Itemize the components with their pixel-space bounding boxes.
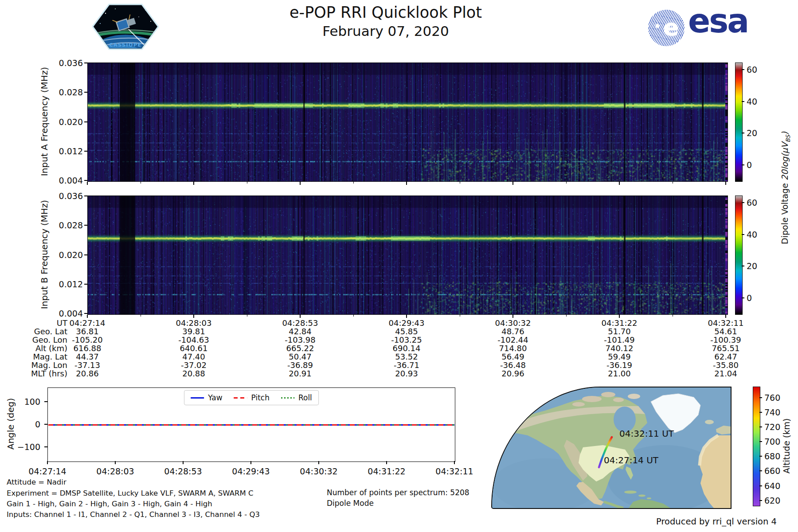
time-minor-tick-mark bbox=[247, 315, 247, 317]
pitch-line-swatch-icon bbox=[234, 397, 247, 399]
angle-xtick-mark bbox=[386, 461, 387, 464]
time-minor-tick-mark bbox=[247, 182, 247, 184]
points-note: Number of points per spectrum: 5208 bbox=[327, 488, 469, 497]
panel-b-ytick-labels: 0.0360.0280.0200.0120.004 bbox=[0, 196, 87, 314]
ephemeris-cell: -36.19 bbox=[606, 360, 632, 370]
colorbar-tick-mark bbox=[742, 266, 744, 266]
time-minor-tick-mark bbox=[353, 182, 354, 184]
colorbar-tick-mark bbox=[742, 297, 744, 298]
freq-tick-label: 0.004 bbox=[59, 176, 83, 185]
ephemeris-cell: -36.71 bbox=[394, 360, 419, 370]
angle-ytick-label: 0 bbox=[35, 419, 40, 429]
altitude-tick-label: 660 bbox=[764, 466, 780, 476]
ephemeris-cell: 54.61 bbox=[714, 327, 737, 336]
ephemeris-cell: 36.81 bbox=[76, 327, 99, 336]
altitude-tick-label: 740 bbox=[764, 407, 780, 417]
ephemeris-cell: 690.14 bbox=[393, 344, 421, 353]
time-tick-mark bbox=[406, 182, 407, 185]
esa-wordmark: esa bbox=[688, 2, 748, 40]
ephemeris-cell: 59.49 bbox=[608, 352, 631, 361]
colorbar-tick-label: 0 bbox=[747, 293, 752, 303]
ephemeris-cell: 42.84 bbox=[289, 327, 312, 336]
ephemeris-cell: -101.49 bbox=[604, 335, 634, 344]
legend-item-roll: Roll bbox=[281, 393, 312, 402]
ephemeris-cell: 04:29:43 bbox=[389, 318, 425, 328]
altitude-tick-label: 620 bbox=[764, 496, 780, 505]
freq-tick-label: 0.028 bbox=[59, 220, 83, 230]
ephemeris-cell: -103.25 bbox=[391, 335, 422, 344]
ephemeris-cell: 62.47 bbox=[714, 352, 737, 361]
freq-tick-label: 0.028 bbox=[59, 87, 83, 97]
roll-line-swatch-icon bbox=[281, 397, 294, 399]
colorbar-tick-mark bbox=[742, 133, 744, 133]
altitude-tick-label: 760 bbox=[764, 393, 780, 403]
angle-xtick-mark bbox=[183, 461, 184, 464]
ephemeris-cell: -100.39 bbox=[710, 335, 741, 344]
altitude-colorbar-label: Altitude (km) bbox=[782, 419, 791, 474]
track-start-time-label: 04:27:14 UT bbox=[604, 455, 658, 466]
time-tick-mark bbox=[619, 315, 620, 318]
freq-tick-mark bbox=[84, 180, 87, 181]
angle-xtick-mark bbox=[454, 461, 455, 464]
ephemeris-cell: -104.63 bbox=[178, 335, 209, 344]
ephemeris-cell: 44.37 bbox=[76, 352, 99, 361]
time-minor-tick-mark bbox=[460, 315, 460, 317]
gain-note: Gain 1 - High, Gain 2 - High, Gain 3 - H… bbox=[7, 499, 212, 509]
ephemeris-cell: -102.44 bbox=[497, 335, 528, 344]
spectrogram-a bbox=[87, 63, 728, 182]
altitude-tick-mark bbox=[759, 412, 762, 413]
ephemeris-cell: 04:30:32 bbox=[495, 318, 531, 328]
legend-label: Roll bbox=[298, 393, 312, 402]
time-tick-mark bbox=[193, 315, 194, 318]
angle-xtick-mark bbox=[47, 461, 48, 464]
ephemeris-cell: 50.47 bbox=[289, 352, 312, 361]
colorbar-tick-label: 40 bbox=[747, 97, 757, 106]
panel-a-ytick-labels: 0.0360.0280.0200.0120.004 bbox=[0, 63, 87, 181]
time-minor-tick-mark bbox=[141, 315, 141, 317]
angle-xtick-label: 04:29:43 bbox=[232, 466, 270, 476]
ground-track-map: 04:32:11 UT 04:27:14 UT bbox=[491, 387, 732, 509]
ephemeris-cell: 20.88 bbox=[182, 369, 205, 378]
altitude-tick-label: 720 bbox=[764, 422, 780, 432]
time-tick-mark bbox=[619, 182, 620, 185]
angle-ytick-mark bbox=[44, 424, 47, 425]
mode-note: Dipole Mode bbox=[327, 498, 374, 508]
angle-ytick-mark bbox=[44, 401, 47, 402]
angle-xtick-label: 04:31:22 bbox=[368, 466, 405, 476]
time-minor-tick-mark bbox=[673, 182, 673, 184]
time-tick-mark bbox=[512, 182, 513, 185]
ephemeris-cell: 20.93 bbox=[395, 369, 418, 378]
freq-tick-mark bbox=[84, 254, 87, 255]
ephemeris-cell: 56.49 bbox=[501, 352, 524, 361]
freq-tick-label: 0.036 bbox=[59, 58, 83, 68]
colorbar-tick-label: 20 bbox=[747, 128, 757, 138]
colorbar-b-ticks: 6040200 bbox=[735, 196, 771, 314]
experiment-note: Experiment = DMSP Satellite, Lucky Lake … bbox=[7, 488, 253, 498]
ephemeris-cell: 740.12 bbox=[606, 344, 634, 353]
altitude-tick-mark bbox=[759, 500, 762, 501]
altitude-tick-mark bbox=[759, 397, 762, 398]
ephemeris-cell: 765.51 bbox=[712, 344, 740, 353]
angle-xtick-label: 04:28:03 bbox=[96, 466, 134, 476]
ephemeris-cell: 21.04 bbox=[714, 369, 737, 378]
ephemeris-row-label: Geo. Lat bbox=[0, 327, 67, 336]
colorbar-tick-label: 60 bbox=[747, 65, 757, 74]
header: e-POP RRI Quicklook Plot February 07, 20… bbox=[177, 4, 594, 39]
ephemeris-row-label: Geo. Lon bbox=[0, 335, 67, 344]
angle-ytick-mark bbox=[44, 446, 47, 447]
ephemeris-cell: -36.89 bbox=[287, 360, 313, 370]
ephemeris-cell: -36.48 bbox=[500, 360, 526, 370]
ephemeris-cell: 665.22 bbox=[286, 344, 314, 353]
freq-tick-mark bbox=[84, 313, 87, 314]
ephemeris-cell: -103.98 bbox=[285, 335, 315, 344]
epop-rri-quicklook-page: { "header": { "title": "e-POP RRI Quickl… bbox=[0, 0, 798, 532]
ephemeris-cell: -37.02 bbox=[181, 360, 207, 370]
altitude-tick-label: 680 bbox=[764, 451, 780, 461]
altitude-tick-mark bbox=[759, 470, 762, 471]
angle-xtick-label: 04:30:32 bbox=[300, 466, 337, 476]
freq-tick-mark bbox=[84, 196, 87, 196]
ephemeris-cell: 04:28:53 bbox=[282, 318, 318, 328]
angle-xtick-label: 04:32:11 bbox=[435, 466, 473, 476]
inputs-note: Inputs: Channel 1 - I1, Channel 2 - Q1, … bbox=[7, 509, 260, 520]
colorbar-tick-mark bbox=[742, 234, 744, 235]
